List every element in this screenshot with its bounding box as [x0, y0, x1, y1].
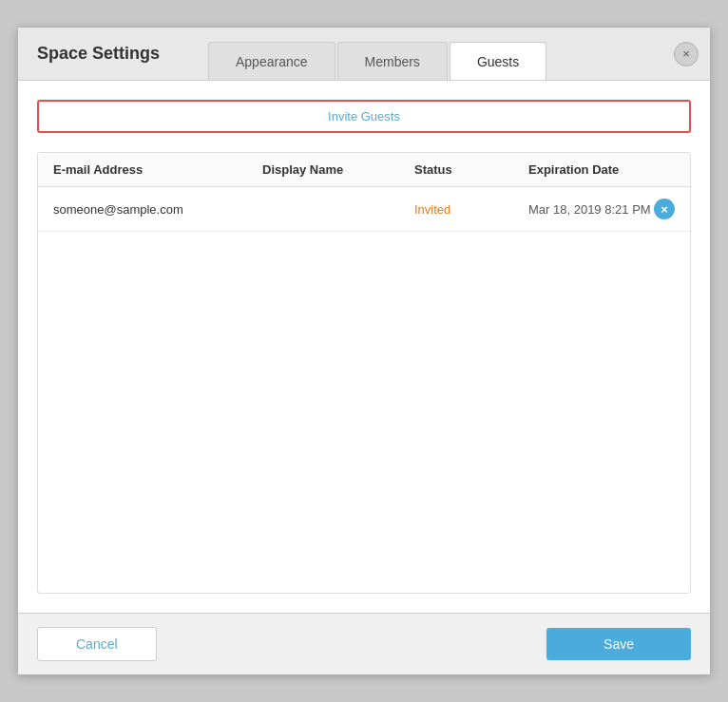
dialog-body: Invite Guests E-mail Address Display Nam… [18, 81, 710, 613]
guest-status: Invited [414, 202, 528, 217]
save-button[interactable]: Save [546, 628, 691, 660]
tab-appearance[interactable]: Appearance [208, 42, 335, 80]
cancel-button[interactable]: Cancel [37, 627, 157, 661]
dialog-title: Space Settings [18, 28, 208, 80]
dialog-footer: Cancel Save [18, 613, 710, 674]
tab-guests[interactable]: Guests [450, 42, 546, 80]
space-settings-dialog: Space Settings Appearance Members Guests… [17, 27, 711, 675]
table-row: someone@sample.com Invited Mar 18, 2019 … [38, 187, 690, 232]
col-status: Status [414, 162, 528, 177]
tabs-container: Appearance Members Guests [208, 28, 710, 80]
close-button[interactable]: × [674, 42, 699, 66]
col-display-name: Display Name [262, 162, 414, 177]
guests-table: E-mail Address Display Name Status Expir… [37, 152, 691, 594]
col-expiration: Expiration Date [528, 162, 675, 177]
table-header: E-mail Address Display Name Status Expir… [38, 153, 690, 187]
guest-expiration: Mar 18, 2019 8:21 PM [528, 202, 651, 217]
tab-members[interactable]: Members [337, 42, 448, 80]
remove-guest-button[interactable]: × [654, 199, 675, 219]
col-email: E-mail Address [53, 162, 262, 177]
guest-email: someone@sample.com [53, 202, 262, 217]
dialog-header: Space Settings Appearance Members Guests… [18, 28, 710, 81]
invite-guests-button[interactable]: Invite Guests [37, 100, 691, 133]
